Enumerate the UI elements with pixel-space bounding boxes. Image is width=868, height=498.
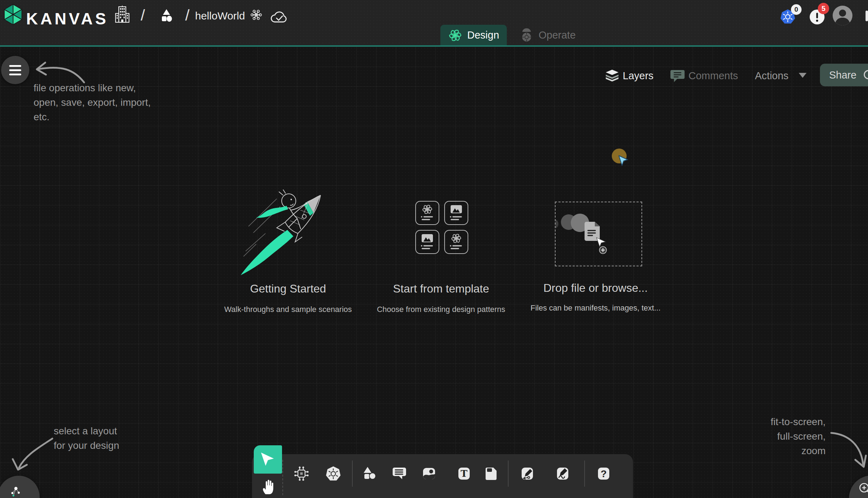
template-grid[interactable] [415, 201, 468, 254]
main-menu-button[interactable] [1, 56, 29, 84]
comments-button[interactable]: Comments [688, 70, 738, 82]
hamburger-icon [9, 65, 21, 67]
getting-started-title[interactable]: Getting Started [226, 282, 350, 295]
toolbar-divider [508, 461, 509, 487]
tab-operate[interactable]: Operate [512, 25, 583, 45]
help-tool-icon[interactable]: ? [596, 465, 612, 482]
save-tool-icon[interactable] [482, 465, 499, 482]
hand-tool-icon[interactable] [261, 477, 275, 495]
kanvas-logo-icon[interactable] [4, 4, 23, 25]
app-window: KANVAS / / helloWorld [0, 0, 868, 498]
image-doc-icon [447, 204, 465, 222]
media-tool-icon[interactable] [421, 465, 437, 482]
layers-icon[interactable] [605, 69, 620, 83]
cluster-nodes-icon[interactable] [248, 7, 264, 23]
workspace-shapes-icon[interactable] [158, 8, 175, 24]
avatar-person-icon [833, 6, 852, 25]
kubernetes-tool-icon[interactable] [325, 465, 341, 482]
share-partial-icon [864, 70, 868, 79]
template-tile-pinwheel[interactable] [444, 230, 468, 254]
comment-tool-icon[interactable] [391, 465, 407, 482]
edge-menu-fragment[interactable] [866, 11, 868, 21]
breadcrumb-separator: / [141, 6, 145, 24]
breadcrumb-separator: / [185, 6, 189, 24]
cursor-icon [260, 452, 276, 467]
pencil-tool-icon[interactable] [555, 465, 571, 482]
hint-arrow-layout [7, 435, 57, 476]
layout-cluster-icon [8, 483, 24, 498]
share-button[interactable]: Share [820, 64, 868, 86]
tab-design[interactable]: Design [440, 25, 507, 45]
hint-arrow-view [828, 427, 868, 473]
image-doc-icon [418, 233, 436, 251]
layers-button[interactable]: Layers [623, 70, 653, 82]
toolbar-divider [282, 460, 283, 495]
pinwheel-doc-icon [418, 204, 436, 222]
hint-view-controls: fit-to-screen, full-screen, zoom [756, 415, 826, 458]
operate-icon [520, 27, 534, 43]
drop-title[interactable]: Drop file or browse... [523, 282, 668, 295]
template-tile-pinwheel[interactable] [415, 201, 439, 225]
zoom-in-icon [857, 481, 868, 497]
actions-caret-down-icon[interactable] [799, 73, 807, 78]
drop-illustration [556, 202, 641, 266]
pinwheel-doc-icon [447, 233, 465, 251]
file-drop-zone[interactable] [555, 202, 642, 266]
header-accent-line [0, 45, 868, 47]
toolbar-divider [584, 461, 585, 487]
templates-title[interactable]: Start from template [379, 282, 503, 295]
drop-subtitle: Files can be manifests, images, text... [525, 303, 666, 313]
hint-select-layout: select a layout for your design [54, 424, 119, 453]
help-tool-glyph: ? [600, 468, 606, 479]
tab-operate-label: Operate [539, 29, 576, 41]
circuit-tool-icon[interactable] [293, 465, 310, 482]
alerts-count-badge: 5 [818, 3, 829, 14]
comments-icon[interactable] [670, 69, 685, 83]
actions-button[interactable]: Actions [755, 70, 788, 82]
text-tool-glyph: T [461, 468, 468, 479]
kubernetes-count-badge: 0 [791, 4, 802, 15]
getting-started-subtitle: Walk-throughs and sample scenarios [217, 305, 359, 314]
cloud-sync-icon[interactable] [269, 9, 289, 25]
pen-tool-icon[interactable] [519, 465, 535, 482]
getting-started-illustration[interactable] [235, 184, 338, 278]
mouse-pointer-icon [618, 155, 629, 167]
template-tile-image[interactable] [444, 201, 468, 225]
design-pinwheel-icon [448, 28, 462, 42]
hint-file-operations: file operations like new, open, save, ex… [34, 81, 151, 124]
toolbar-divider [352, 461, 353, 487]
organization-icon[interactable] [114, 5, 131, 23]
tab-design-label: Design [467, 29, 499, 41]
breadcrumb-project-name[interactable]: helloWorld [195, 10, 245, 22]
brand-wordmark: KANVAS [26, 9, 108, 28]
share-button-label: Share [829, 69, 856, 81]
user-avatar[interactable] [833, 6, 852, 25]
tool-cursor-selected[interactable] [254, 445, 282, 474]
text-tool-icon[interactable]: T [456, 465, 472, 482]
shapes-tool-icon[interactable] [362, 465, 378, 482]
templates-subtitle: Choose from existing design patterns [370, 305, 512, 314]
template-tile-image[interactable] [415, 230, 439, 254]
